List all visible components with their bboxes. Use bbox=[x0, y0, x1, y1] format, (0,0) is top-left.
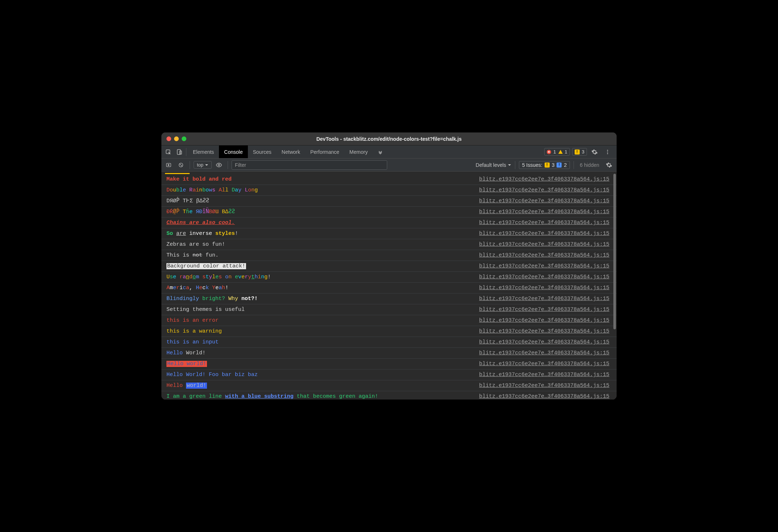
tabs-overflow-icon[interactable] bbox=[373, 145, 388, 158]
console-row: I am a green line with a blue substring … bbox=[161, 391, 617, 400]
console-row: this is a warningblitz.e1937cc6e2ee7e…3f… bbox=[161, 326, 617, 337]
source-link[interactable]: blitz.e1937cc6e2ee7e…3f4063378a564.js:15 bbox=[479, 316, 609, 325]
console-row: Hello world!blitz.e1937cc6e2ee7e…3f40633… bbox=[161, 380, 617, 391]
device-icon[interactable] bbox=[174, 145, 185, 158]
console-message: this is a warning bbox=[166, 326, 222, 336]
source-link[interactable]: blitz.e1937cc6e2ee7e…3f4063378a564.js:15 bbox=[479, 196, 609, 206]
console-row: DЯØṔ TͰΣ β∆ƧƧblitz.e1937cc6e2ee7e…3f4063… bbox=[161, 196, 617, 207]
chevron-down-icon bbox=[205, 163, 208, 167]
levels-label: Default levels bbox=[476, 162, 506, 168]
devtools-tabbar: ElementsConsoleSourcesNetworkPerformance… bbox=[161, 145, 617, 159]
console-message: Use random styles on everything! bbox=[166, 272, 271, 282]
context-label: top bbox=[197, 162, 203, 168]
console-message: Make it bold and red bbox=[166, 174, 232, 184]
log-levels-selector[interactable]: Default levels bbox=[476, 162, 511, 168]
tab-elements[interactable]: Elements bbox=[188, 145, 219, 158]
console-message: this is an error bbox=[166, 316, 219, 325]
divider bbox=[574, 161, 574, 169]
console-row: Double Rainbows All Day Longblitz.e1937c… bbox=[161, 185, 617, 196]
console-row: Hello World! Foo bar biz bazblitz.e1937c… bbox=[161, 370, 617, 380]
console-message: I am a green line with a blue substring … bbox=[166, 392, 378, 400]
settings-icon[interactable] bbox=[589, 149, 600, 155]
clear-console-icon[interactable] bbox=[176, 159, 186, 171]
chevron-down-icon bbox=[508, 163, 511, 167]
source-link[interactable]: blitz.e1937cc6e2ee7e…3f4063378a564.js:15 bbox=[479, 326, 609, 336]
errors-warnings-pill[interactable]: ✕ 1 1 bbox=[544, 148, 570, 156]
source-link[interactable]: blitz.e1937cc6e2ee7e…3f4063378a564.js:15 bbox=[479, 370, 609, 380]
source-link[interactable]: blitz.e1937cc6e2ee7e…3f4063378a564.js:15 bbox=[479, 381, 609, 390]
svg-point-5 bbox=[607, 153, 608, 154]
live-expression-icon[interactable] bbox=[214, 159, 224, 171]
console-row: So are inverse styles!blitz.e1937cc6e2ee… bbox=[161, 228, 617, 239]
console-message: So are inverse styles! bbox=[166, 229, 238, 238]
issues-label: 5 Issues: bbox=[522, 162, 542, 168]
svg-point-4 bbox=[607, 151, 608, 152]
console-settings-icon[interactable] bbox=[604, 159, 614, 171]
divider bbox=[515, 161, 515, 169]
console-message: Zebras are so fun! bbox=[166, 240, 225, 249]
source-link[interactable]: blitz.e1937cc6e2ee7e…3f4063378a564.js:15 bbox=[479, 261, 609, 271]
hidden-count[interactable]: 6 hidden bbox=[578, 162, 601, 168]
console-message: Blindingly bright? Why not?! bbox=[166, 294, 258, 304]
issue-info-icon: ! bbox=[557, 162, 562, 168]
console-row: Zebras are so fun!blitz.e1937cc6e2ee7e…3… bbox=[161, 239, 617, 250]
tab-performance[interactable]: Performance bbox=[305, 145, 344, 158]
divider bbox=[186, 148, 186, 156]
tab-network[interactable]: Network bbox=[276, 145, 305, 158]
issues-blue-count: 2 bbox=[564, 162, 567, 168]
source-link[interactable]: blitz.e1937cc6e2ee7e…3f4063378a564.js:15 bbox=[479, 185, 609, 195]
source-link[interactable]: blitz.e1937cc6e2ee7e…3f4063378a564.js:15 bbox=[479, 240, 609, 249]
issues-summary[interactable]: 5 Issues: ! 3 ! 2 bbox=[519, 161, 570, 169]
tab-memory[interactable]: Memory bbox=[344, 145, 373, 158]
svg-rect-1 bbox=[177, 149, 181, 155]
scrollbar[interactable] bbox=[613, 174, 616, 329]
console-toolbar: top Default levels 5 Issues: ! 3 ! 2 6 h… bbox=[161, 159, 617, 172]
devtools-window: DevTools - stackblitz.com/edit/node-colo… bbox=[161, 132, 617, 400]
toggle-sidebar-icon[interactable] bbox=[164, 159, 174, 171]
inspect-icon[interactable] bbox=[163, 145, 174, 158]
source-link[interactable]: blitz.e1937cc6e2ee7e…3f4063378a564.js:15 bbox=[479, 305, 609, 314]
console-row: Make it bold and redblitz.e1937cc6e2ee7e… bbox=[161, 174, 617, 185]
source-link[interactable]: blitz.e1937cc6e2ee7e…3f4063378a564.js:15 bbox=[479, 337, 609, 347]
error-icon: ✕ bbox=[547, 150, 551, 154]
filter-input[interactable] bbox=[232, 160, 387, 170]
console-message: ÐŔØ̤Ṗ Tĥe ЯÐi̎N̈BØШ B∆ƧƧ bbox=[166, 207, 235, 217]
source-link[interactable]: blitz.e1937cc6e2ee7e…3f4063378a564.js:15 bbox=[479, 348, 609, 358]
console-row: America, Heck Yeah!blitz.e1937cc6e2ee7e…… bbox=[161, 283, 617, 294]
warnings-count: 1 bbox=[565, 149, 567, 155]
source-link[interactable]: blitz.e1937cc6e2ee7e…3f4063378a564.js:15 bbox=[479, 283, 609, 293]
source-link[interactable]: blitz.e1937cc6e2ee7e…3f4063378a564.js:15 bbox=[479, 207, 609, 217]
console-message: Hello world! bbox=[166, 359, 207, 369]
console-message: Setting themes is useful bbox=[166, 305, 245, 314]
context-selector[interactable]: top bbox=[194, 161, 212, 169]
console-row: Hello world!blitz.e1937cc6e2ee7e…3f40633… bbox=[161, 359, 617, 370]
svg-point-3 bbox=[607, 150, 608, 151]
tab-console[interactable]: Console bbox=[219, 145, 248, 158]
console-message: DЯØṔ TͰΣ β∆ƧƧ bbox=[166, 196, 209, 206]
divider bbox=[228, 161, 228, 169]
source-link[interactable]: blitz.e1937cc6e2ee7e…3f4063378a564.js:15 bbox=[479, 294, 609, 304]
tab-sources[interactable]: Sources bbox=[248, 145, 276, 158]
console-row: this is an inputblitz.e1937cc6e2ee7e…3f4… bbox=[161, 337, 617, 348]
source-link[interactable]: blitz.e1937cc6e2ee7e…3f4063378a564.js:15 bbox=[479, 359, 609, 369]
divider bbox=[190, 161, 190, 169]
console-row: Chains are also cool.blitz.e1937cc6e2ee7… bbox=[161, 218, 617, 228]
more-icon[interactable] bbox=[602, 149, 613, 155]
console-message: Hello World! Foo bar biz baz bbox=[166, 370, 258, 380]
errors-count: 1 bbox=[553, 149, 556, 155]
source-link[interactable]: blitz.e1937cc6e2ee7e…3f4063378a564.js:15 bbox=[479, 174, 609, 184]
console-row: This is not fun.blitz.e1937cc6e2ee7e…3f4… bbox=[161, 250, 617, 261]
source-link[interactable]: blitz.e1937cc6e2ee7e…3f4063378a564.js:15 bbox=[479, 250, 609, 260]
source-link[interactable]: blitz.e1937cc6e2ee7e…3f4063378a564.js:15 bbox=[479, 272, 609, 282]
issue-warning-icon: ! bbox=[545, 162, 550, 168]
titlebar: DevTools - stackblitz.com/edit/node-colo… bbox=[161, 132, 617, 145]
issues-yellow-count: 3 bbox=[552, 162, 555, 168]
source-link[interactable]: blitz.e1937cc6e2ee7e…3f4063378a564.js:15 bbox=[479, 218, 609, 228]
source-link[interactable]: blitz.e1937cc6e2ee7e…3f4063378a564.js:15 bbox=[479, 392, 609, 400]
issues-pill[interactable]: ! 3 bbox=[572, 148, 587, 156]
console-message: Background color attack! bbox=[166, 261, 246, 271]
console-row: this is an errorblitz.e1937cc6e2ee7e…3f4… bbox=[161, 315, 617, 326]
source-link[interactable]: blitz.e1937cc6e2ee7e…3f4063378a564.js:15 bbox=[479, 229, 609, 238]
issues-count: 3 bbox=[582, 149, 584, 155]
console-row: Background color attack!blitz.e1937cc6e2… bbox=[161, 261, 617, 272]
